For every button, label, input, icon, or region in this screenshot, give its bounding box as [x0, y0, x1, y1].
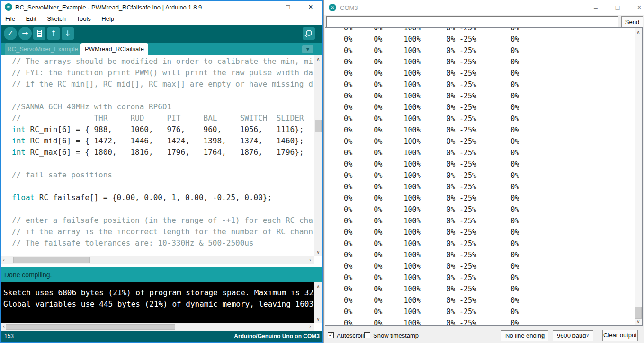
autoscroll-checkbox[interactable]: ✓ — [328, 332, 334, 338]
arrow-down-icon: ↓ — [64, 29, 71, 38]
serial-maximize-button[interactable]: □ — [607, 0, 628, 15]
scroll-down-icon[interactable]: ∨ — [314, 249, 322, 255]
build-console[interactable]: Sketch uses 6806 bytes (21%) of program … — [1, 282, 314, 323]
console-hscroll-thumb[interactable] — [6, 324, 175, 330]
status-message: Done compiling. — [4, 271, 52, 279]
line-ending-select[interactable]: No line ending ∨ — [501, 330, 548, 341]
show-timestamp-checkbox[interactable] — [364, 332, 370, 338]
editor-hscroll-thumb[interactable] — [13, 257, 90, 263]
editor-vscroll-thumb[interactable] — [315, 120, 322, 132]
editor-gutter-divider — [8, 55, 8, 256]
scroll-down-icon[interactable]: ∨ — [314, 317, 322, 322]
serial-monitor-button[interactable] — [303, 27, 315, 40]
serial-close-button[interactable]: × — [629, 0, 644, 15]
show-timestamp-label[interactable]: Show timestamp — [373, 332, 419, 339]
menu-file[interactable]: File — [4, 13, 17, 25]
serial-output-rows: 0% 0% 100% 0% -25% 0% 0% 0% 100% 0% -25%… — [327, 27, 642, 326]
send-button[interactable]: Send — [621, 16, 643, 28]
document-icon — [37, 30, 42, 37]
arrow-up-icon: ↑ — [50, 29, 56, 38]
ide-window-title: RC_ServoMixer_Example - PWMread_RCfailsa… — [15, 4, 202, 11]
ide-close-button[interactable]: × — [300, 1, 321, 13]
current-line-number: 153 — [4, 333, 14, 340]
check-icon: ✓ — [7, 29, 13, 38]
new-sketch-button[interactable] — [33, 27, 45, 40]
arduino-logo-icon: ∞ — [5, 3, 12, 11]
baud-rate-select[interactable]: 9600 baud ∨ — [553, 330, 593, 341]
editor-hscrollbar[interactable]: ‹ › — [1, 256, 314, 264]
menu-edit[interactable]: Edit — [24, 13, 37, 25]
scroll-up-icon[interactable]: ∧ — [314, 284, 322, 289]
chevron-down-icon: ∨ — [541, 331, 544, 341]
save-button[interactable]: ↓ — [62, 27, 74, 40]
serial-vscroll-thumb[interactable] — [635, 307, 642, 319]
ide-maximize-button[interactable]: □ — [277, 1, 298, 13]
verify-button[interactable]: ✓ — [4, 27, 17, 40]
baud-rate-value: 9600 baud — [557, 332, 586, 339]
upload-button[interactable]: → — [18, 27, 32, 40]
arduino-logo-icon: ∞ — [329, 4, 336, 11]
serial-window-title: COM3 — [340, 4, 358, 11]
scroll-up-icon[interactable]: ∧ — [635, 29, 642, 35]
serial-monitor-window: ∞ COM3 – □ × Send 0% 0% 100% 0% -25% 0% … — [323, 0, 644, 343]
ide-footer: 153 Arduino/Genuino Uno on COM3 — [1, 331, 322, 342]
arduino-ide-window: ∞ RC_ServoMixer_Example - PWMread_RCfail… — [0, 0, 323, 343]
scroll-right-icon[interactable]: › — [309, 324, 311, 329]
board-port-label: Arduino/Genuino Uno on COM3 — [234, 333, 320, 340]
scroll-left-icon[interactable]: ‹ — [3, 324, 5, 329]
serial-send-input[interactable] — [326, 16, 618, 28]
scroll-left-icon[interactable]: ‹ — [3, 257, 5, 263]
arrow-right-icon: → — [22, 29, 28, 38]
line-ending-value: No line ending — [505, 332, 545, 339]
magnifier-icon — [306, 30, 312, 36]
ide-minimize-button[interactable]: – — [256, 1, 277, 13]
chevron-down-icon: ∨ — [586, 331, 589, 341]
ide-toolbar: ✓ → ↑ ↓ — [1, 25, 322, 43]
scroll-right-icon[interactable]: › — [309, 257, 311, 263]
serial-minimize-button[interactable]: – — [585, 0, 606, 15]
code-lines[interactable]: // The arrays should be modified in orde… — [12, 56, 313, 255]
console-vscrollbar[interactable]: ∧ ∨ — [314, 282, 322, 323]
open-button[interactable]: ↑ — [47, 27, 60, 40]
ide-menubar: File Edit Sketch Tools Help — [1, 13, 322, 25]
menu-help[interactable]: Help — [100, 13, 116, 25]
console-output: Sketch uses 6806 bytes (21%) of program … — [1, 282, 314, 310]
chevron-down-icon: ▼ — [306, 47, 310, 52]
serial-controls-bar: ✓ Autoscroll Show timestamp No line endi… — [324, 326, 644, 343]
clear-output-button[interactable]: Clear output — [602, 330, 638, 341]
ide-status-bar: Done compiling. — [1, 267, 322, 282]
menu-sketch[interactable]: Sketch — [45, 13, 67, 25]
serial-vscrollbar[interactable]: ∧ ∨ — [635, 28, 642, 325]
tab-pwmread-rcfailsafe[interactable]: PWMread_RCfailsafe — [80, 43, 148, 55]
scroll-up-icon[interactable]: ∧ — [314, 56, 322, 62]
ide-titlebar[interactable]: ∞ RC_ServoMixer_Example - PWMread_RCfail… — [1, 1, 322, 13]
serial-titlebar[interactable]: ∞ COM3 – □ × — [324, 0, 644, 15]
tab-rc-servomixer-example[interactable]: RC_ServoMixer_Example — [5, 43, 80, 55]
editor-vscrollbar[interactable]: ∧ ∨ — [314, 55, 322, 256]
desktop: ∞ RC_ServoMixer_Example - PWMread_RCfail… — [0, 0, 644, 343]
ide-tabbar: RC_ServoMixer_Example PWMread_RCfailsafe… — [1, 43, 322, 55]
console-hscrollbar[interactable]: ‹ › — [1, 323, 314, 331]
menu-tools[interactable]: Tools — [75, 13, 92, 25]
tab-list-dropdown-button[interactable]: ▼ — [302, 45, 313, 53]
autoscroll-label[interactable]: Autoscroll — [337, 332, 364, 339]
serial-output-area[interactable]: 0% 0% 100% 0% -25% 0% 0% 0% 100% 0% -25%… — [325, 27, 643, 326]
check-icon: ✓ — [328, 332, 333, 338]
scroll-down-icon[interactable]: ∨ — [635, 319, 642, 324]
